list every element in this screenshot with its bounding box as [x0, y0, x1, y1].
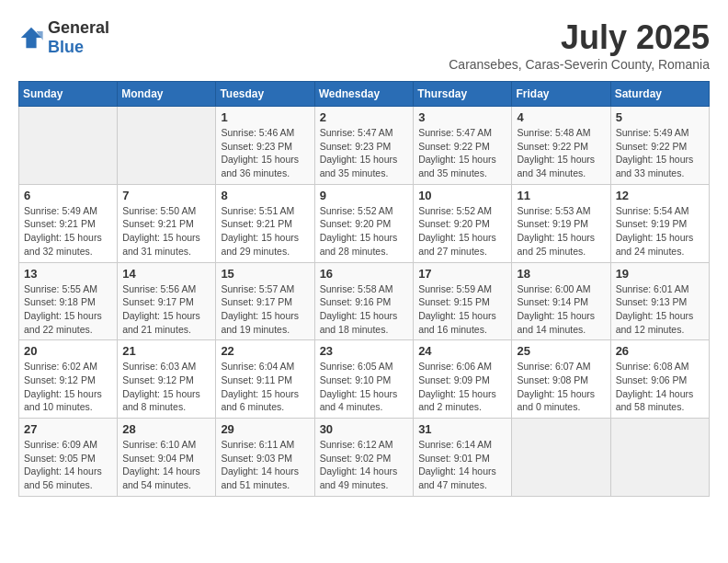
calendar-cell: 18Sunrise: 6:00 AM Sunset: 9:14 PM Dayli…	[512, 262, 610, 340]
calendar-cell: 12Sunrise: 5:54 AM Sunset: 9:19 PM Dayli…	[610, 184, 709, 262]
day-info: Sunrise: 6:09 AM Sunset: 9:05 PM Dayligh…	[24, 438, 112, 492]
calendar-cell	[512, 419, 610, 497]
day-number: 20	[24, 344, 112, 358]
weekday-header-thursday: Thursday	[414, 82, 512, 107]
calendar-table: SundayMondayTuesdayWednesdayThursdayFrid…	[18, 81, 710, 497]
day-info: Sunrise: 6:11 AM Sunset: 9:03 PM Dayligh…	[221, 438, 309, 492]
day-info: Sunrise: 6:07 AM Sunset: 9:08 PM Dayligh…	[517, 360, 605, 414]
calendar-cell: 19Sunrise: 6:01 AM Sunset: 9:13 PM Dayli…	[610, 262, 709, 340]
calendar-cell: 9Sunrise: 5:52 AM Sunset: 9:20 PM Daylig…	[314, 184, 414, 262]
calendar-cell: 15Sunrise: 5:57 AM Sunset: 9:17 PM Dayli…	[216, 262, 314, 340]
calendar-cell: 26Sunrise: 6:08 AM Sunset: 9:06 PM Dayli…	[610, 340, 709, 419]
day-info: Sunrise: 5:52 AM Sunset: 9:20 PM Dayligh…	[320, 204, 409, 259]
calendar-cell: 31Sunrise: 6:14 AM Sunset: 9:01 PM Dayli…	[414, 419, 512, 497]
calendar-cell: 25Sunrise: 6:07 AM Sunset: 9:08 PM Dayli…	[512, 340, 610, 419]
day-info: Sunrise: 5:57 AM Sunset: 9:17 PM Dayligh…	[221, 282, 309, 337]
day-number: 13	[24, 267, 112, 281]
calendar-cell: 5Sunrise: 5:49 AM Sunset: 9:22 PM Daylig…	[610, 107, 709, 185]
day-info: Sunrise: 5:56 AM Sunset: 9:17 PM Dayligh…	[122, 282, 210, 337]
day-info: Sunrise: 5:59 AM Sunset: 9:15 PM Dayligh…	[418, 282, 506, 337]
logo: General Blue	[18, 18, 109, 57]
calendar-cell: 30Sunrise: 6:12 AM Sunset: 9:02 PM Dayli…	[314, 419, 414, 497]
day-number: 5	[616, 110, 704, 124]
day-number: 8	[221, 189, 309, 202]
calendar-cell: 17Sunrise: 5:59 AM Sunset: 9:15 PM Dayli…	[414, 262, 512, 340]
location-subtitle: Caransebes, Caras-Severin County, Romani…	[449, 57, 710, 72]
day-info: Sunrise: 6:03 AM Sunset: 9:12 PM Dayligh…	[122, 360, 210, 414]
calendar-week-row: 6Sunrise: 5:49 AM Sunset: 9:21 PM Daylig…	[19, 184, 710, 262]
weekday-header-row: SundayMondayTuesdayWednesdayThursdayFrid…	[19, 82, 710, 107]
calendar-body: 1Sunrise: 5:46 AM Sunset: 9:23 PM Daylig…	[19, 107, 710, 497]
month-title: July 2025	[449, 18, 710, 57]
calendar-cell: 29Sunrise: 6:11 AM Sunset: 9:03 PM Dayli…	[216, 419, 314, 497]
weekday-header-friday: Friday	[512, 82, 610, 107]
day-number: 22	[221, 344, 309, 358]
day-info: Sunrise: 5:48 AM Sunset: 9:22 PM Dayligh…	[517, 126, 605, 180]
day-info: Sunrise: 5:46 AM Sunset: 9:23 PM Dayligh…	[221, 126, 309, 180]
weekday-header-sunday: Sunday	[19, 82, 118, 107]
day-number: 4	[517, 110, 605, 124]
calendar-cell: 8Sunrise: 5:51 AM Sunset: 9:21 PM Daylig…	[216, 184, 314, 262]
day-info: Sunrise: 5:54 AM Sunset: 9:19 PM Dayligh…	[616, 204, 704, 259]
day-number: 23	[320, 344, 409, 358]
calendar-cell: 24Sunrise: 6:06 AM Sunset: 9:09 PM Dayli…	[414, 340, 512, 419]
weekday-header-tuesday: Tuesday	[216, 82, 314, 107]
day-info: Sunrise: 5:53 AM Sunset: 9:19 PM Dayligh…	[517, 204, 605, 259]
calendar-cell: 10Sunrise: 5:52 AM Sunset: 9:20 PM Dayli…	[414, 184, 512, 262]
day-number: 7	[122, 189, 210, 202]
calendar-cell: 13Sunrise: 5:55 AM Sunset: 9:18 PM Dayli…	[19, 262, 118, 340]
day-number: 30	[320, 422, 409, 436]
logo-blue-text: Blue	[48, 38, 84, 56]
calendar-week-row: 20Sunrise: 6:02 AM Sunset: 9:12 PM Dayli…	[19, 340, 710, 419]
day-info: Sunrise: 5:58 AM Sunset: 9:16 PM Dayligh…	[320, 282, 409, 337]
day-info: Sunrise: 6:06 AM Sunset: 9:09 PM Dayligh…	[418, 360, 506, 414]
day-info: Sunrise: 5:52 AM Sunset: 9:20 PM Dayligh…	[418, 204, 506, 259]
day-number: 18	[517, 267, 605, 281]
day-number: 14	[122, 267, 210, 281]
calendar-cell	[19, 107, 118, 185]
day-info: Sunrise: 5:51 AM Sunset: 9:21 PM Dayligh…	[221, 204, 309, 259]
calendar-cell: 27Sunrise: 6:09 AM Sunset: 9:05 PM Dayli…	[19, 419, 118, 497]
calendar-cell: 4Sunrise: 5:48 AM Sunset: 9:22 PM Daylig…	[512, 107, 610, 185]
calendar-week-row: 27Sunrise: 6:09 AM Sunset: 9:05 PM Dayli…	[19, 419, 710, 497]
page-header: General Blue July 2025 Caransebes, Caras…	[18, 18, 710, 72]
calendar-cell: 28Sunrise: 6:10 AM Sunset: 9:04 PM Dayli…	[118, 419, 216, 497]
day-info: Sunrise: 6:12 AM Sunset: 9:02 PM Dayligh…	[320, 438, 409, 492]
day-number: 31	[418, 422, 506, 436]
day-info: Sunrise: 5:49 AM Sunset: 9:22 PM Dayligh…	[616, 126, 704, 180]
calendar-cell: 6Sunrise: 5:49 AM Sunset: 9:21 PM Daylig…	[19, 184, 118, 262]
title-block: July 2025 Caransebes, Caras-Severin Coun…	[449, 18, 710, 72]
day-info: Sunrise: 6:02 AM Sunset: 9:12 PM Dayligh…	[24, 360, 112, 414]
day-number: 24	[418, 344, 506, 358]
day-info: Sunrise: 5:50 AM Sunset: 9:21 PM Dayligh…	[122, 204, 210, 259]
day-number: 28	[122, 422, 210, 436]
calendar-cell	[610, 419, 709, 497]
calendar-cell: 7Sunrise: 5:50 AM Sunset: 9:21 PM Daylig…	[118, 184, 216, 262]
day-number: 19	[616, 267, 704, 281]
calendar-cell: 23Sunrise: 6:05 AM Sunset: 9:10 PM Dayli…	[314, 340, 414, 419]
day-number: 17	[418, 267, 506, 281]
calendar-cell: 14Sunrise: 5:56 AM Sunset: 9:17 PM Dayli…	[118, 262, 216, 340]
calendar-cell: 11Sunrise: 5:53 AM Sunset: 9:19 PM Dayli…	[512, 184, 610, 262]
day-info: Sunrise: 6:01 AM Sunset: 9:13 PM Dayligh…	[616, 282, 704, 337]
day-number: 21	[122, 344, 210, 358]
day-info: Sunrise: 6:00 AM Sunset: 9:14 PM Dayligh…	[517, 282, 605, 337]
day-info: Sunrise: 5:47 AM Sunset: 9:22 PM Dayligh…	[418, 126, 506, 180]
calendar-cell: 3Sunrise: 5:47 AM Sunset: 9:22 PM Daylig…	[414, 107, 512, 185]
day-number: 26	[616, 344, 704, 358]
day-info: Sunrise: 5:47 AM Sunset: 9:23 PM Dayligh…	[320, 126, 409, 180]
day-number: 6	[24, 189, 112, 202]
day-number: 2	[320, 110, 409, 124]
day-number: 11	[517, 189, 605, 202]
day-number: 1	[221, 110, 309, 124]
calendar-week-row: 1Sunrise: 5:46 AM Sunset: 9:23 PM Daylig…	[19, 107, 710, 185]
day-number: 10	[418, 189, 506, 202]
day-info: Sunrise: 6:10 AM Sunset: 9:04 PM Dayligh…	[122, 438, 210, 492]
logo-general-text: General	[48, 18, 109, 37]
day-number: 12	[616, 189, 704, 202]
calendar-week-row: 13Sunrise: 5:55 AM Sunset: 9:18 PM Dayli…	[19, 262, 710, 340]
day-info: Sunrise: 6:14 AM Sunset: 9:01 PM Dayligh…	[418, 438, 506, 492]
day-info: Sunrise: 6:05 AM Sunset: 9:10 PM Dayligh…	[320, 360, 409, 414]
calendar-cell: 1Sunrise: 5:46 AM Sunset: 9:23 PM Daylig…	[216, 107, 314, 185]
calendar-cell: 22Sunrise: 6:04 AM Sunset: 9:11 PM Dayli…	[216, 340, 314, 419]
